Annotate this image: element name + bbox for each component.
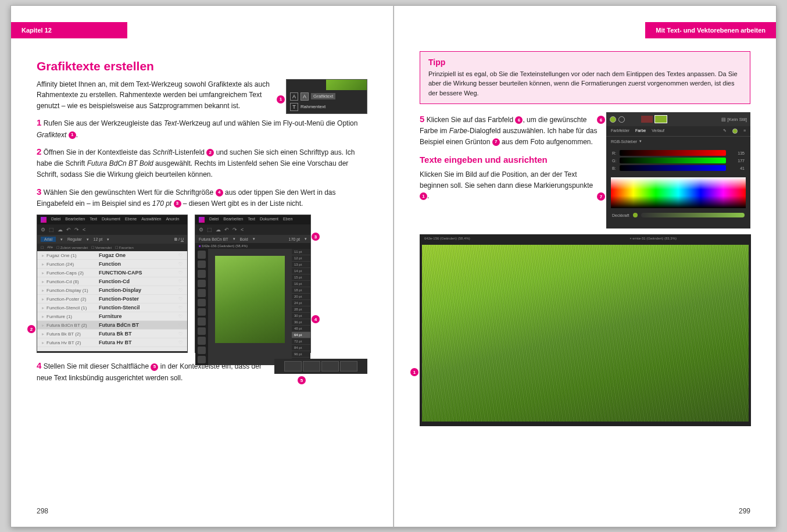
subheading: Texte eingeben und ausrichten (420, 154, 599, 166)
step-2: 2 Öffnen Sie in der Kontextleiste das Sc… (37, 145, 367, 180)
font-row[interactable]: ▸Function-Cd (8)Function-Cd♡ (37, 277, 187, 286)
alignment-toolbar (274, 359, 367, 374)
app-logo-icon (41, 217, 46, 223)
size-option[interactable]: 16 pt (292, 281, 310, 287)
page-number: 298 (37, 507, 48, 515)
size-option[interactable]: 20 pt (292, 294, 310, 300)
tip-heading: Tipp (428, 58, 742, 67)
font-row[interactable]: ▸Furniture (1)Furniture♡ (37, 312, 187, 321)
book-spread: Kapitel 12 Grafiktexte erstellen Affinit… (10, 5, 777, 527)
artistic-text-icon: A (290, 92, 298, 101)
size-list-screenshot: 3 4 DateiBearbeitenTextDokumentEben ⚙⬚☁↶… (195, 215, 311, 353)
size-option[interactable]: 28 pt (292, 306, 310, 313)
size-option[interactable]: 36 pt (292, 319, 310, 326)
font-list-screenshot: DateiBearbeitenTextDokumentEbeneAuswähle… (37, 215, 188, 353)
font-row[interactable]: ▸Futura Hv BT (2)Futura Hv BT♡ (37, 338, 187, 347)
flyout-screenshot: AAGrafiktext TRahmentext (286, 79, 367, 114)
page-title: Grafiktexte erstellen (37, 59, 367, 73)
size-option[interactable]: 72 pt (292, 338, 310, 345)
font-row[interactable]: ▸Function-Display (1)Function-Display♡ (37, 286, 187, 295)
screenshot-row: 2 DateiBearbeitenTextDokumentEbeneAuswäh… (37, 215, 367, 353)
align-justify-button[interactable] (340, 361, 357, 372)
align-left-button[interactable] (284, 361, 302, 372)
align-right-button[interactable] (321, 361, 339, 372)
color-panel: ▤ [Kein Stil] FarbfelderFarbeVerlauf✎≡ R… (606, 112, 750, 228)
step-5: 5 Klicken Sie auf das Farbfeld 6, um die… (420, 112, 599, 147)
size-option[interactable]: 12 pt (292, 255, 310, 262)
size-option[interactable]: 15 pt (292, 274, 310, 281)
stroke-swatch[interactable] (618, 116, 625, 123)
callout-5: 5 (298, 376, 306, 384)
chapter-label: Kapitel 12 (11, 22, 127, 38)
intro-text: Affinity bietet Ihnen an, mit dem Text-W… (37, 79, 279, 112)
grass-image (215, 256, 285, 343)
chapter-label-right: Mit Text- und Vektorebenen arbeiten (645, 22, 776, 38)
size-option[interactable]: 11 pt (292, 249, 310, 255)
font-row[interactable]: ▸Function (24)Function♡ (37, 260, 187, 269)
callout-2: 2 (27, 325, 35, 333)
gear-icon: ⚙ (199, 227, 203, 233)
size-option[interactable]: 13 pt (292, 262, 310, 268)
callout-7: 7 (597, 192, 605, 201)
callout-6: 6 (597, 116, 605, 124)
font-row[interactable]: ▸Function-Caps (2)FUNCTION-CAPS♡ (37, 269, 187, 277)
fill-swatch[interactable] (610, 116, 616, 123)
callout-1b: 1 (410, 368, 418, 376)
tip-text: Prinzipiell ist es egal, ob Sie die Text… (428, 69, 742, 98)
tip-box: Tipp Prinzipiell ist es egal, ob Sie die… (420, 51, 750, 105)
align-center-button[interactable] (303, 361, 320, 372)
size-option[interactable]: 24 pt (292, 300, 310, 306)
callout-1: 1 (277, 95, 285, 103)
app-logo-icon (199, 217, 205, 223)
size-option[interactable]: 64 pt (292, 332, 310, 338)
size-option[interactable]: 14 pt (292, 268, 310, 274)
step-3: 3 Wählen Sie den gewünschten Wert für di… (37, 185, 367, 209)
frame-text-icon: T (290, 103, 298, 111)
menu-icon[interactable]: ≡ (743, 128, 746, 134)
eyedropper-icon[interactable]: ✎ (723, 128, 727, 134)
p-position: Klicken Sie im Bild auf die Position, an… (420, 169, 599, 202)
artistic-text-icon-hl: A (301, 92, 309, 101)
page-number: 299 (739, 507, 750, 515)
page-right: Mit Text- und Vektorebenen arbeiten Tipp… (394, 5, 777, 527)
font-row[interactable]: ▸Function-Stencil (1)Function-Stencil♡ (37, 304, 187, 312)
page-left: Kapitel 12 Grafiktexte erstellen Affinit… (10, 5, 394, 527)
size-option[interactable]: 84 pt (292, 345, 310, 351)
font-row[interactable]: ▸Futura Bk BT (2)Futura Bk BT♡ (37, 330, 187, 338)
document-screenshot: 642e-156 (Geändert) (58,4%)× ernte-31 (G… (420, 234, 751, 426)
color-spectrum[interactable] (611, 177, 746, 208)
callout-3: 3 (312, 233, 320, 241)
font-row[interactable]: ▸Fugaz One (1)Fugaz One♡ (37, 251, 187, 260)
size-option[interactable]: 18 pt (292, 287, 310, 294)
size-option[interactable]: 30 pt (292, 313, 310, 319)
grass-photo (422, 245, 749, 422)
callout-4: 4 (312, 315, 320, 323)
font-row[interactable]: ▸Function-Poster (2)Function-Poster♡ (37, 295, 187, 304)
step-1: 1 Rufen Sie aus der Werkzeugleiste das T… (37, 116, 367, 140)
gear-icon: ⚙ (41, 227, 45, 233)
size-option[interactable]: 48 pt (292, 326, 310, 332)
font-row[interactable]: ▸Futura BdCn BT (2)Futura BdCn BT♡ (37, 321, 187, 330)
size-option[interactable]: 96 pt (292, 351, 310, 358)
